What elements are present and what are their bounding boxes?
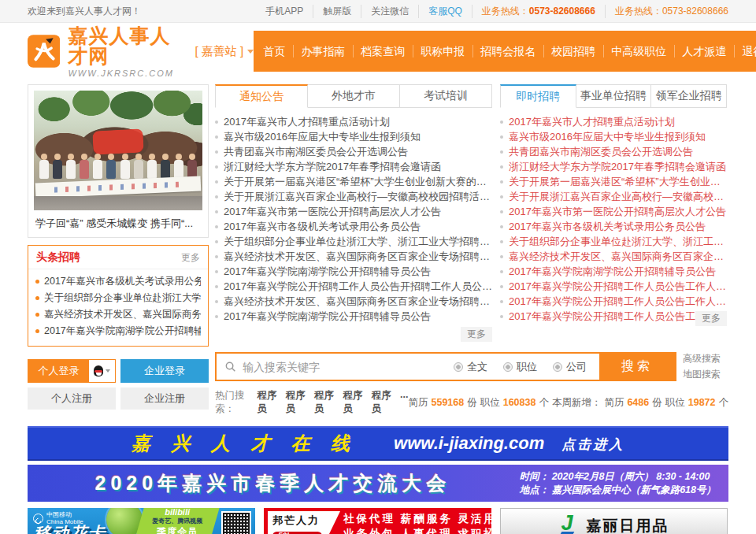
mobile-app-link[interactable]: 手机APP (256, 5, 313, 18)
bullet-icon (500, 180, 503, 184)
notice-item[interactable]: 关于开展浙江嘉兴百家企业高校行—安徽高校校园招聘活动的通... (215, 189, 492, 204)
notice-item[interactable]: 嘉兴市级2016年应届大中专毕业生报到须知 (215, 129, 492, 144)
position-count: 160838 (503, 397, 536, 408)
search-input[interactable] (243, 361, 446, 373)
top-utility-bar: 欢迎来到嘉兴人事人才网！ 手机APP 触屏版 关注微信 客服QQ 业务热线：05… (0, 0, 756, 23)
bangmang-hr-ad[interactable]: 邦芒人力 50bm.com 社保代理 薪酬服务 灵活用工 业务外包 人事代理 求… (264, 508, 491, 534)
bangmang-name: 邦芒人力 (272, 514, 335, 528)
bullet-icon (215, 210, 218, 213)
nav-item[interactable]: 职称申报 (413, 45, 468, 57)
lists-row: 通知公告 外地才市 考试培训 2017年嘉兴市人才招聘重点活动计划 嘉兴市级20… (215, 84, 728, 342)
logo-icon (28, 31, 60, 72)
hot-search-item[interactable]: 程序员 (314, 389, 335, 416)
headline-item[interactable]: 2017年嘉兴市各级机关考试录用公务... (35, 273, 201, 290)
advanced-search-link[interactable]: 高级搜索 (683, 352, 728, 365)
notice-item[interactable]: 关于开展第一届嘉兴港区“希望杯”大学生创业创新大赛的通知 (215, 174, 492, 189)
nav-item[interactable]: 人才派遣 (674, 45, 729, 57)
qq-login-dropdown[interactable] (89, 360, 115, 382)
tab-exam-training[interactable]: 考试培训 (400, 84, 492, 108)
hot-search-item[interactable]: 程序员 (286, 389, 307, 416)
job-item[interactable]: 2017年嘉兴市人才招聘重点活动计划 (500, 114, 727, 129)
notice-item[interactable]: 2017年嘉兴学院公开招聘工作人员公告开招聘工作人员公告开... (215, 279, 492, 294)
hot-search-item[interactable]: 程序员 (257, 389, 278, 416)
notice-item[interactable]: 2017年嘉兴学院南湖学院公开招聘辅导员公告 (215, 264, 492, 279)
notice-item[interactable]: 2017年嘉兴市各级机关考试录用公务员公告 (215, 219, 492, 234)
nav-item[interactable]: 档案查询 (353, 45, 408, 57)
radio-company[interactable]: 公司 (553, 360, 587, 374)
enterprise-login-button[interactable]: 企业登录 (120, 359, 209, 383)
spring-job-fair-banner[interactable]: 2020年嘉兴市春季人才交流大会 时间： 2020年2月8日（周六） 8:30 … (28, 465, 728, 502)
job-item[interactable]: 2017年嘉兴学院公开招聘工作人员公告工作人员... (500, 294, 727, 309)
qq-service-link[interactable]: 客服QQ (419, 5, 472, 18)
notice-item[interactable]: 2017年嘉兴市人才招聘重点活动计划 (215, 114, 492, 129)
job-item[interactable]: 嘉兴市级2016年应届大中专毕业生报到须知 (500, 129, 727, 144)
map-search-link[interactable]: 地图搜索 (683, 368, 728, 381)
search-scope-radios: 全文 职位 公司 (454, 354, 599, 380)
tab-notices[interactable]: 通知公告 (215, 84, 308, 108)
hot-search-item[interactable]: 程序员 (372, 389, 393, 416)
search-button[interactable]: 搜索 (599, 354, 675, 380)
job-item[interactable]: 2017年嘉兴学院公开招聘工作人员公告工作人员... (500, 279, 727, 294)
bullet-icon (215, 270, 218, 273)
tab-instant-jobs[interactable]: 即时招聘 (500, 84, 576, 108)
tab-leading-enterprise-jobs[interactable]: 领军企业招聘 (651, 84, 727, 108)
headline-item[interactable]: 2017年嘉兴学院南湖学院公开招聘辅... (35, 323, 201, 339)
photo-caption[interactable]: 学子回“嘉” 感受禾城蝶变 携手同“... (34, 210, 202, 232)
jobs-more-link[interactable]: 更多 (695, 311, 727, 326)
job-item[interactable]: 关于组织部分企事业单位赴浙江大学、浙江工业大... (500, 234, 727, 249)
personal-register-button[interactable]: 个人注册 (28, 388, 116, 410)
job-item[interactable]: 2017年嘉兴学院公开招聘工作人员公告工作... (500, 309, 727, 324)
hot-search-items: 程序员程序员程序员程序员程序员... (257, 389, 408, 416)
radio-icon (503, 362, 513, 372)
touch-version-link[interactable]: 触屏版 (313, 5, 361, 18)
job-item[interactable]: 关于开展浙江嘉兴百家企业高校行—安徽高校校园... (500, 189, 727, 204)
notices-more-link[interactable]: 更多 (461, 327, 492, 342)
news-photo-card[interactable]: 学子回“嘉” 感受禾城蝶变 携手同“... (28, 84, 209, 238)
headline-more-link[interactable]: 更多 (181, 251, 200, 265)
bullet-icon (215, 315, 218, 318)
tab-public-institution-jobs[interactable]: 事业单位招聘 (576, 84, 652, 108)
enterprise-register-button[interactable]: 企业注册 (120, 388, 209, 410)
photo-heart-sculpture (92, 129, 143, 155)
notice-item[interactable]: 嘉兴经济技术开发区、嘉兴国际商务区百家企业专场招聘会公告 (215, 249, 492, 264)
bangmang-services: 社保代理 薪酬服务 灵活用工 业务外包 人事代理 求职招聘 (343, 511, 491, 534)
job-item[interactable]: 嘉兴经济技术开发区、嘉兴国际商务区百家企业专... (500, 249, 727, 264)
job-item[interactable]: 浙江财经大学东方学院2017年春季招聘会邀请函 (500, 159, 727, 174)
nav-item[interactable]: 退役军人招聘 (734, 45, 756, 57)
notice-item[interactable]: 浙江财经大学东方学院2017年春季招聘会邀请函 (215, 159, 492, 174)
jiaxing-talent-online-banner[interactable]: 嘉 兴 人 才 在 线 www.i-jiaxing.com 点击进入 (28, 426, 728, 461)
bullet-icon (500, 300, 503, 303)
china-mobile-ad[interactable]: 中国移动China Mobile 移动花卡 bilibili 爱奇艺、腾讯视频 … (28, 508, 255, 534)
bullet-icon (35, 296, 39, 300)
headline-item[interactable]: 嘉兴经济技术开发区、嘉兴国际商务... (35, 306, 201, 323)
job-item[interactable]: 2017年嘉兴学院南湖学院公开招聘辅导员公告 (500, 264, 727, 279)
nav-item[interactable]: 首页 (256, 45, 288, 57)
nav-item[interactable]: 中高级职位 (603, 45, 669, 57)
tab-other-markets[interactable]: 外地才市 (308, 84, 400, 108)
hot-search-item[interactable]: ... (400, 389, 408, 416)
nav-item[interactable]: 招聘会报名 (472, 45, 539, 57)
nav-item[interactable]: 校园招聘 (543, 45, 598, 57)
jiali-ad[interactable]: J JALY 嘉丽日用品 (500, 508, 728, 534)
notice-item[interactable]: 2017年嘉兴学院南湖学院公开招聘辅导员公告 (215, 309, 492, 324)
job-item[interactable]: 关于开展第一届嘉兴港区“希望杯”大学生创业创... (500, 174, 727, 189)
job-item[interactable]: 2017年嘉兴市第一医院公开招聘高层次人才公告 (500, 204, 727, 219)
notice-item[interactable]: 嘉兴经济技术开发区、嘉兴国际商务区百家企业专场招聘会公告 (215, 294, 492, 309)
notice-item[interactable]: 共青团嘉兴市南湖区委员会公开选调公告 (215, 144, 492, 159)
radio-position[interactable]: 职位 (503, 360, 537, 374)
personal-login-button[interactable]: 个人登录 (28, 360, 89, 382)
nav-item[interactable]: 办事指南 (293, 45, 348, 57)
site-stats: 简历559168份 职位160838个 本周新增： 简历6486份 职位1987… (408, 396, 728, 410)
job-item[interactable]: 2017年嘉兴市各级机关考试录用公务员公告 (500, 219, 727, 234)
substation-selector[interactable]: [ 嘉善站 ] (195, 44, 254, 59)
jobs-list: 2017年嘉兴市人才招聘重点活动计划 嘉兴市级2016年应届大中专毕业生报到须知… (500, 114, 727, 324)
site-logo[interactable]: 嘉兴人事人才网 WWW.JKRSRC.COM (28, 25, 183, 78)
wechat-link[interactable]: 关注微信 (361, 5, 419, 18)
notice-item[interactable]: 关于组织部分企事业单位赴浙江大学、浙江工业大学招聘人才的... (215, 234, 492, 249)
radio-fulltext[interactable]: 全文 (454, 360, 487, 374)
register-row: 个人注册 企业注册 (28, 388, 209, 410)
job-item[interactable]: 共青团嘉兴市南湖区委员会公开选调公告 (500, 144, 727, 159)
headline-item[interactable]: 关于组织部分企事业单位赴浙江大学... (35, 290, 201, 306)
hot-search-item[interactable]: 程序员 (343, 389, 364, 416)
notice-item[interactable]: 2017年嘉兴市第一医院公开招聘高层次人才公告 (215, 204, 492, 219)
